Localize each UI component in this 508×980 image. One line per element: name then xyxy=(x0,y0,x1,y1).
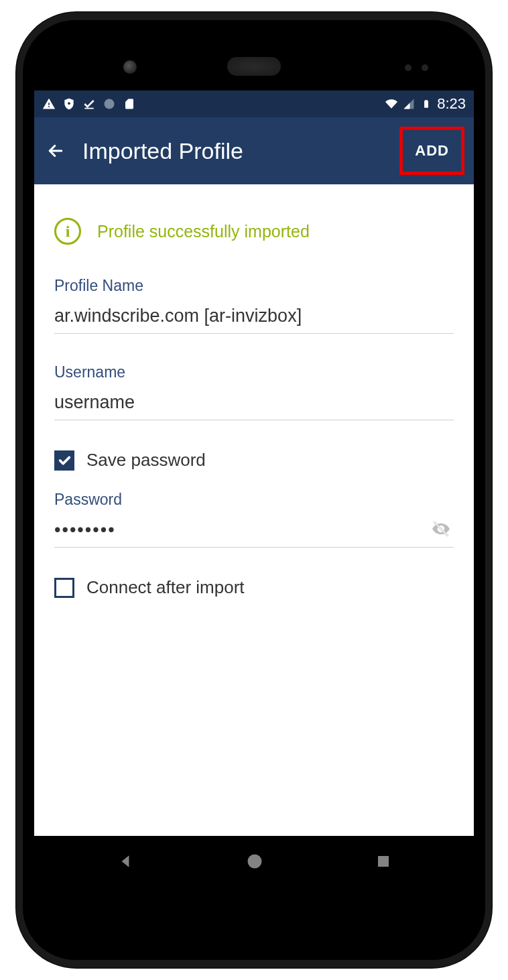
password-field: Password xyxy=(54,491,454,548)
status-right: 8:23 xyxy=(385,95,466,113)
success-message: Profile successfully imported xyxy=(97,222,310,241)
phone-frame: 8:23 Imported Profile ADD i Profile succ… xyxy=(16,12,492,968)
svg-point-1 xyxy=(105,99,115,109)
battery-icon xyxy=(420,97,433,111)
wifi-icon xyxy=(385,97,398,111)
save-password-row: Save password xyxy=(54,450,454,471)
screen: 8:23 Imported Profile ADD i Profile succ… xyxy=(34,90,474,890)
sd-card-icon xyxy=(123,97,136,111)
save-password-checkbox[interactable] xyxy=(54,450,74,471)
phone-sensor xyxy=(405,64,411,71)
svg-point-0 xyxy=(68,102,70,105)
shield-icon xyxy=(62,97,76,111)
checkmark-icon xyxy=(82,97,96,111)
profile-name-label: Profile Name xyxy=(54,277,454,295)
status-time: 8:23 xyxy=(437,95,466,113)
app-bar-title: Imported Profile xyxy=(82,138,385,164)
svg-rect-3 xyxy=(378,856,389,867)
password-visibility-toggle[interactable] xyxy=(428,519,454,541)
circle-icon xyxy=(103,97,116,111)
username-field: Username xyxy=(54,363,454,420)
add-button[interactable]: ADD xyxy=(399,127,464,175)
phone-speaker xyxy=(227,57,281,76)
svg-point-2 xyxy=(248,855,262,869)
app-bar: Imported Profile ADD xyxy=(34,117,474,184)
profile-name-input[interactable] xyxy=(54,302,454,334)
profile-name-field: Profile Name xyxy=(54,277,454,334)
status-left xyxy=(42,97,136,111)
success-row: i Profile successfully imported xyxy=(54,218,454,245)
content: i Profile successfully imported Profile … xyxy=(34,184,474,836)
save-password-label: Save password xyxy=(86,450,206,471)
nav-back-button[interactable] xyxy=(117,853,134,873)
username-input[interactable] xyxy=(54,388,454,420)
warning-icon xyxy=(42,97,56,111)
phone-camera xyxy=(123,60,137,74)
signal-icon xyxy=(402,97,416,111)
nav-recent-button[interactable] xyxy=(375,853,391,872)
phone-sensor-2 xyxy=(422,64,428,71)
connect-after-import-row: Connect after import xyxy=(54,577,454,598)
username-label: Username xyxy=(54,363,454,381)
back-button[interactable] xyxy=(44,139,68,163)
connect-after-import-label: Connect after import xyxy=(86,577,245,598)
status-bar: 8:23 xyxy=(34,90,474,117)
android-nav-bar xyxy=(34,836,474,890)
password-input[interactable] xyxy=(54,515,454,548)
phone-inner: 8:23 Imported Profile ADD i Profile succ… xyxy=(23,20,485,960)
info-icon: i xyxy=(54,218,81,245)
password-label: Password xyxy=(54,491,454,509)
connect-after-import-checkbox[interactable] xyxy=(54,578,74,598)
nav-home-button[interactable] xyxy=(245,852,264,873)
